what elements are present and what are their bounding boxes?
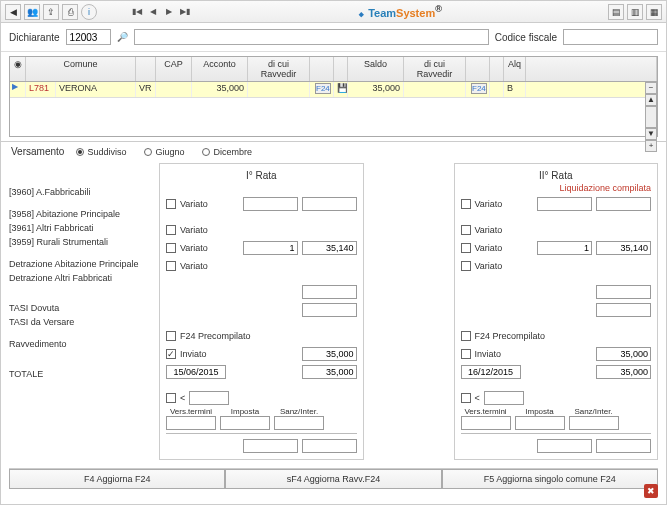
cell-cap xyxy=(156,82,192,97)
save-icon[interactable]: 💾 xyxy=(334,82,348,97)
tb-doc3-icon[interactable]: ▦ xyxy=(646,4,662,20)
r1-variato1[interactable] xyxy=(166,199,176,209)
tb-info-icon[interactable]: i xyxy=(81,4,97,20)
r1-f24pre[interactable] xyxy=(166,331,176,341)
r2-variato1[interactable] xyxy=(461,199,471,209)
radio-giugno[interactable]: Giugno xyxy=(144,147,184,157)
r2-dovuta[interactable] xyxy=(596,347,651,361)
tb-doc2-icon[interactable]: ▥ xyxy=(627,4,643,20)
r1-variato2[interactable] xyxy=(166,225,176,235)
r2-v1[interactable] xyxy=(596,197,651,211)
r1-q1[interactable] xyxy=(243,197,298,211)
r1-date[interactable] xyxy=(166,365,226,379)
dichiarante-name-input[interactable] xyxy=(134,29,489,45)
grid-row[interactable]: ▶ L781 VERONA VR 35,000 F24 💾 35,000 F24… xyxy=(10,82,657,98)
tb-people-icon[interactable]: 👥 xyxy=(24,4,40,20)
grid-col-rav1[interactable]: di cui Ravvedir xyxy=(248,57,310,81)
r1-sum1[interactable] xyxy=(166,416,216,430)
r2-lt[interactable] xyxy=(461,393,471,403)
cell-code: L781 xyxy=(26,82,56,97)
r1-sum3[interactable] xyxy=(274,416,324,430)
r2-tot2[interactable] xyxy=(596,439,651,453)
grid-col-cap[interactable]: CAP xyxy=(156,57,192,81)
r1-det1[interactable] xyxy=(302,285,357,299)
lbl-afabb: [3960] A.Fabbricabili xyxy=(9,185,159,199)
r1-v3[interactable] xyxy=(302,241,357,255)
r1-det2[interactable] xyxy=(302,303,357,317)
r1-variato4[interactable] xyxy=(166,261,176,271)
r2-f24pre[interactable] xyxy=(461,331,471,341)
grid-col-alq[interactable]: Alq xyxy=(504,57,526,81)
radio-suddiviso[interactable]: Suddiviso xyxy=(76,147,126,157)
scroll-minus-icon[interactable]: − xyxy=(645,82,657,94)
grid-col-f24b[interactable] xyxy=(466,57,490,81)
r2-det1[interactable] xyxy=(596,285,651,299)
scroll-up-icon[interactable]: ▲ xyxy=(645,94,657,106)
lbl-tasi1: TASI Dovuta xyxy=(9,301,159,315)
grid-col-rav2[interactable]: di cui Ravvedir xyxy=(404,57,466,81)
r2-tot1[interactable] xyxy=(537,439,592,453)
close-icon[interactable]: ✖ xyxy=(644,484,658,498)
r2-inviato[interactable] xyxy=(461,349,471,359)
grid-col-saldo[interactable]: Saldo xyxy=(348,57,404,81)
tb-print-icon[interactable]: ⎙ xyxy=(62,4,78,20)
cell-f24b[interactable]: F24 xyxy=(471,83,487,94)
rata2-panel: II° Rata Liquidazione compilata Variato … xyxy=(454,163,659,460)
lbl-rav: Ravvedimento xyxy=(9,337,159,351)
r1-lt[interactable] xyxy=(166,393,176,403)
grid-col-prov[interactable] xyxy=(136,57,156,81)
grid-col-f24a[interactable] xyxy=(310,57,334,81)
r1-v1[interactable] xyxy=(302,197,357,211)
nav-prev-icon[interactable]: ◀ xyxy=(146,5,160,19)
nav-last-icon[interactable]: ▶▮ xyxy=(178,5,192,19)
r1-lt-v[interactable] xyxy=(189,391,229,405)
r2-variato2[interactable] xyxy=(461,225,471,235)
r2-lt-v[interactable] xyxy=(484,391,524,405)
radio-dicembre[interactable]: Dicembre xyxy=(202,147,252,157)
scroll-plus-icon[interactable]: + xyxy=(645,140,657,152)
r1-tot2[interactable] xyxy=(302,439,357,453)
rata2-title: II° Rata xyxy=(461,168,652,183)
lookup-icon[interactable]: 🔎 xyxy=(117,32,128,42)
r2-variato4[interactable] xyxy=(461,261,471,271)
btn-aggiorna-f24[interactable]: F4 Aggiorna F24 xyxy=(9,469,225,489)
r2-det2[interactable] xyxy=(596,303,651,317)
cell-saldo: 35,000 xyxy=(348,82,404,97)
nav-first-icon[interactable]: ▮◀ xyxy=(130,5,144,19)
grid-col-ic2[interactable] xyxy=(490,57,504,81)
r2-sum1[interactable] xyxy=(461,416,511,430)
grid-col-ic1[interactable] xyxy=(334,57,348,81)
grid-col-acconto[interactable]: Acconto xyxy=(192,57,248,81)
lbl-det2: Detrazione Altri Fabbricati xyxy=(9,271,159,285)
tb-doc1-icon[interactable]: ▤ xyxy=(608,4,624,20)
r2-sum2[interactable] xyxy=(515,416,565,430)
r1-versare[interactable] xyxy=(302,365,357,379)
dichiarante-input[interactable] xyxy=(66,29,111,45)
r2-q3[interactable] xyxy=(537,241,592,255)
grid-col-comune[interactable]: Comune xyxy=(26,57,136,81)
r1-q3[interactable] xyxy=(243,241,298,255)
btn-aggiorna-ravv[interactable]: sF4 Aggiorna Ravv.F24 xyxy=(225,469,441,489)
r1-inviato[interactable] xyxy=(166,349,176,359)
tb-export-icon[interactable]: ⇪ xyxy=(43,4,59,20)
r1-variato3[interactable] xyxy=(166,243,176,253)
nav-next-icon[interactable]: ▶ xyxy=(162,5,176,19)
rata1-panel: I° Rata Variato Variato Variato Variato … xyxy=(159,163,364,460)
comuni-grid: ◉ Comune CAP Acconto di cui Ravvedir Sal… xyxy=(9,56,658,137)
tb-back-icon[interactable]: ◀ xyxy=(5,4,21,20)
scroll-thumb[interactable] xyxy=(645,106,657,128)
r2-variato3[interactable] xyxy=(461,243,471,253)
cf-input[interactable] xyxy=(563,29,658,45)
r2-versare[interactable] xyxy=(596,365,651,379)
r2-sum3[interactable] xyxy=(569,416,619,430)
r1-tot1[interactable] xyxy=(243,439,298,453)
r1-sum2[interactable] xyxy=(220,416,270,430)
cell-f24a[interactable]: F24 xyxy=(315,83,331,94)
r2-date[interactable] xyxy=(461,365,521,379)
btn-aggiorna-singolo[interactable]: F5 Aggiorna singolo comune F24 xyxy=(442,469,658,489)
r2-v3[interactable] xyxy=(596,241,651,255)
brand-logo: ⬥ TeamSystem® xyxy=(358,4,442,19)
r1-dovuta[interactable] xyxy=(302,347,357,361)
r2-q1[interactable] xyxy=(537,197,592,211)
scroll-down-icon[interactable]: ▼ xyxy=(645,128,657,140)
